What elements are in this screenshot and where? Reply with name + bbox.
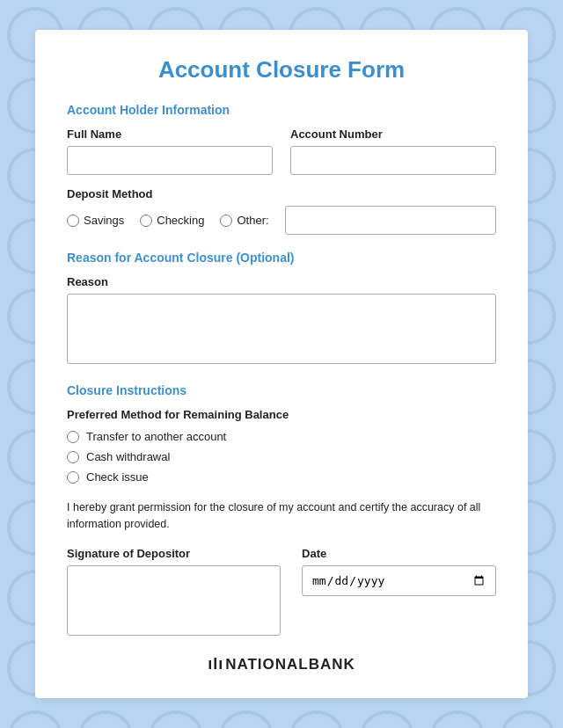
- savings-label: Savings: [84, 214, 124, 227]
- reason-textarea[interactable]: [67, 294, 496, 364]
- sig-date-row: Signature of Depositor Date: [67, 547, 496, 636]
- balance-method-label: Preferred Method for Remaining Balance: [67, 408, 496, 421]
- bank-footer: ılıNATIONALBANK: [67, 655, 496, 673]
- signature-label: Signature of Depositor: [67, 547, 281, 560]
- permission-text: I hereby grant permission for the closur…: [67, 499, 496, 533]
- date-label: Date: [302, 547, 496, 560]
- checking-label: Checking: [157, 214, 204, 227]
- full-name-group: Full Name: [67, 127, 273, 175]
- transfer-radio[interactable]: [67, 431, 79, 443]
- date-input[interactable]: [302, 565, 496, 596]
- check-issue-radio[interactable]: [67, 471, 79, 484]
- account-holder-section-title: Account Holder Information: [67, 103, 496, 117]
- check-issue-option[interactable]: Check issue: [67, 470, 496, 484]
- reason-section: Reason for Account Closure (Optional) Re…: [67, 251, 496, 368]
- bank-icon: ılı: [208, 655, 223, 673]
- cash-withdrawal-option[interactable]: Cash withdrawal: [67, 450, 496, 463]
- cash-withdrawal-radio[interactable]: [67, 451, 79, 463]
- full-name-input[interactable]: [67, 146, 273, 175]
- cash-withdrawal-label: Cash withdrawal: [86, 450, 170, 463]
- other-label: Other:: [237, 214, 268, 227]
- closure-instructions-section: Closure Instructions Preferred Method fo…: [67, 383, 496, 484]
- balance-method-list: Transfer to another account Cash withdra…: [67, 430, 496, 484]
- date-group: Date: [302, 547, 496, 596]
- transfer-option[interactable]: Transfer to another account: [67, 430, 496, 443]
- reason-label: Reason: [67, 275, 496, 288]
- other-option[interactable]: Other:: [220, 214, 268, 227]
- account-number-group: Account Number: [290, 127, 496, 175]
- other-text-input[interactable]: [285, 206, 496, 235]
- page-title: Account Closure Form: [67, 56, 496, 84]
- other-radio[interactable]: [220, 215, 232, 227]
- account-number-label: Account Number: [290, 127, 496, 141]
- closure-instructions-title: Closure Instructions: [67, 383, 496, 397]
- account-number-input[interactable]: [290, 146, 496, 175]
- savings-radio[interactable]: [67, 215, 79, 227]
- reason-section-title: Reason for Account Closure (Optional): [67, 251, 496, 265]
- name-account-row: Full Name Account Number: [67, 127, 496, 175]
- signature-group: Signature of Depositor: [67, 547, 281, 636]
- savings-option[interactable]: Savings: [67, 214, 124, 227]
- account-holder-section: Account Holder Information Full Name Acc…: [67, 103, 496, 235]
- deposit-method-row: Savings Checking Other:: [67, 206, 496, 235]
- transfer-label: Transfer to another account: [86, 430, 226, 443]
- checking-option[interactable]: Checking: [140, 214, 204, 227]
- checking-radio[interactable]: [140, 215, 152, 227]
- deposit-method-label: Deposit Method: [67, 187, 496, 200]
- full-name-label: Full Name: [67, 127, 273, 141]
- bank-name: NATIONALBANK: [225, 656, 355, 673]
- signature-box[interactable]: [67, 565, 281, 636]
- form-container: Account Closure Form Account Holder Info…: [35, 30, 528, 698]
- check-issue-label: Check issue: [86, 470, 149, 484]
